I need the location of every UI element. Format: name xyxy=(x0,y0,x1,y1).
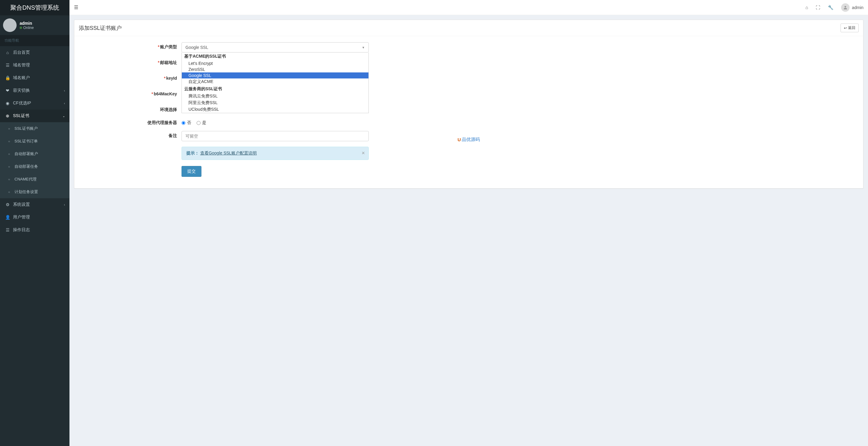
option-google-ssl[interactable]: Google SSL xyxy=(182,72,369,78)
nav-ssl-account-label: SSL证书账户 xyxy=(14,126,38,131)
nav-deploy-account[interactable]: ○自动部署账户 xyxy=(0,147,69,160)
lock-icon: 🔒 xyxy=(4,75,10,80)
nav-deploy-account-label: 自动部署账户 xyxy=(14,151,38,157)
hint-alert: 提示： 查看Google SSL账户配置说明 × xyxy=(182,147,369,160)
avatar xyxy=(3,19,17,32)
box-header: 添加SSL证书账户 ↩ 返回 xyxy=(74,20,863,36)
mackey-label: *b64MacKey xyxy=(79,89,182,96)
box-body: U品优源码 *账户类型 Google SSL ▼ 基于ACME的SSL证书 Le… xyxy=(74,36,863,188)
email-label: *邮箱地址 xyxy=(79,58,182,66)
home-icon: ⌂ xyxy=(4,50,10,55)
nav-domain-mgmt[interactable]: ☰ 域名管理 xyxy=(0,59,69,71)
env-label: 环境选择 xyxy=(79,105,182,112)
chevron-down-icon: ⌄ xyxy=(63,114,65,118)
sidebar: 聚合DNS管理系统 admin Online 功能导航 ⌂ 后台首页 ☰ 域名管… xyxy=(0,0,69,446)
nav-failover[interactable]: ❤ 容灾切换 ‹ xyxy=(0,84,69,97)
main: ☰ ⌂ ⛶ 🔧 admin 添加SSL证书账户 ↩ xyxy=(69,0,868,446)
nav-header: 功能导航 xyxy=(0,35,69,46)
reply-icon: ↩ xyxy=(844,26,847,30)
topbar-user-name: admin xyxy=(852,5,864,10)
topbar-user[interactable]: admin xyxy=(841,3,864,12)
nav-system[interactable]: ⚙ 系统设置 ‹ xyxy=(0,198,69,211)
nav-cron[interactable]: ○计划任务设置 xyxy=(0,185,69,198)
app-logo: 聚合DNS管理系统 xyxy=(0,0,69,15)
fullscreen-icon[interactable]: ⛶ xyxy=(816,5,820,10)
remark-input[interactable] xyxy=(182,131,369,141)
proxy-radio-yes-input[interactable] xyxy=(196,121,200,125)
nav-cname-proxy[interactable]: ○CNAME代理 xyxy=(0,173,69,185)
circle-icon: ○ xyxy=(6,165,12,168)
wrench-icon[interactable]: 🔧 xyxy=(828,5,834,10)
proxy-label: 使用代理服务器 xyxy=(79,118,182,126)
nav-ssl-account[interactable]: ○SSL证书账户 xyxy=(0,122,69,135)
option-aliyun-ssl[interactable]: 阿里云免费SSL xyxy=(182,100,369,106)
account-type-dropdown: 基于ACME的SSL证书 Let's Encrypt ZeroSSL Googl… xyxy=(182,53,369,113)
nav-cname-proxy-label: CNAME代理 xyxy=(14,176,36,182)
nav-domain-mgmt-label: 域名管理 xyxy=(13,63,30,68)
form-box: 添加SSL证书账户 ↩ 返回 U品优源码 *账户类型 Google SSL ▼ xyxy=(74,20,864,188)
chevron-left-icon: ‹ xyxy=(64,89,65,92)
nav-user-mgmt[interactable]: 👤 用户管理 xyxy=(0,211,69,224)
option-custom-acme[interactable]: 自定义ACME xyxy=(182,78,369,85)
nav-deploy-task-label: 自动部署任务 xyxy=(14,164,38,169)
proxy-radio-yes[interactable]: 是 xyxy=(196,120,206,126)
chevron-left-icon: ‹ xyxy=(64,102,65,105)
chevron-down-icon: ▼ xyxy=(362,46,365,49)
status-dot-icon xyxy=(20,27,22,29)
user-status-text: Online xyxy=(23,26,34,30)
back-button[interactable]: ↩ 返回 xyxy=(840,24,859,32)
page-title: 添加SSL证书账户 xyxy=(79,25,122,32)
back-button-label: 返回 xyxy=(848,25,855,31)
svg-point-0 xyxy=(844,6,846,7)
hamburger-icon[interactable]: ☰ xyxy=(74,4,78,10)
nav-ssl-order-label: SSL证书订单 xyxy=(14,138,38,144)
account-type-label: *账户类型 xyxy=(79,42,182,50)
account-type-value: Google SSL xyxy=(185,45,208,50)
circle-icon: ○ xyxy=(6,191,12,194)
nav-system-label: 系统设置 xyxy=(13,202,30,207)
nav-oplog[interactable]: ☰ 操作日志 xyxy=(0,224,69,236)
proxy-radio-no[interactable]: 否 xyxy=(182,120,191,126)
topbar: ☰ ⌂ ⛶ 🔧 admin xyxy=(69,0,868,15)
nav-cf-ip-label: CF优选IP xyxy=(13,101,31,106)
close-icon[interactable]: × xyxy=(362,150,365,156)
nav-user-mgmt-label: 用户管理 xyxy=(13,214,30,220)
nav-home-label: 后台首页 xyxy=(13,50,30,55)
avatar-icon xyxy=(841,3,849,12)
list-icon: ☰ xyxy=(4,228,10,232)
nav-oplog-label: 操作日志 xyxy=(13,227,30,233)
nav-ssl-cert[interactable]: ⊕ SSL证书 ⌄ xyxy=(0,109,69,122)
nav-ssl-submenu: ○SSL证书账户 ○SSL证书订单 ○自动部署账户 ○自动部署任务 ○CNAME… xyxy=(0,122,69,198)
option-ucloud-ssl[interactable]: UCloud免费SSL xyxy=(182,106,369,113)
heart-icon: ❤ xyxy=(4,88,10,93)
gears-icon: ⚙ xyxy=(4,202,10,207)
remark-label: 备注 xyxy=(79,131,182,138)
content: 添加SSL证书账户 ↩ 返回 U品优源码 *账户类型 Google SSL ▼ xyxy=(69,15,868,193)
nav-domain-account-label: 域名账户 xyxy=(13,75,30,80)
nav-ssl-order[interactable]: ○SSL证书订单 xyxy=(0,135,69,147)
option-tencent-ssl[interactable]: 腾讯云免费SSL xyxy=(182,93,369,100)
user-icon: 👤 xyxy=(4,215,10,220)
nav-deploy-task[interactable]: ○自动部署任务 xyxy=(0,160,69,173)
globe-icon: ◉ xyxy=(4,101,10,106)
option-letsencrypt[interactable]: Let's Encrypt xyxy=(182,60,369,66)
proxy-radio-no-label: 否 xyxy=(187,120,191,126)
shield-icon: ⊕ xyxy=(4,113,10,118)
option-zerossl[interactable]: ZeroSSL xyxy=(182,66,369,72)
chevron-left-icon: ‹ xyxy=(64,203,65,206)
keyid-label: *keyId xyxy=(79,74,182,80)
list-icon: ☰ xyxy=(4,63,10,68)
proxy-radio-no-input[interactable] xyxy=(182,121,185,125)
account-type-select[interactable]: Google SSL ▼ xyxy=(182,42,369,53)
home-icon[interactable]: ⌂ xyxy=(805,5,808,10)
proxy-radio-yes-label: 是 xyxy=(202,120,206,126)
nav-cf-ip[interactable]: ◉ CF优选IP ‹ xyxy=(0,97,69,109)
alert-link[interactable]: 查看Google SSL账户配置说明 xyxy=(200,150,257,156)
user-status: Online xyxy=(20,26,34,30)
circle-icon: ○ xyxy=(6,127,12,130)
nav-failover-label: 容灾切换 xyxy=(13,88,30,93)
nav-cron-label: 计划任务设置 xyxy=(14,189,38,195)
nav-domain-account[interactable]: 🔒 域名账户 xyxy=(0,71,69,84)
nav-home[interactable]: ⌂ 后台首页 xyxy=(0,46,69,59)
submit-button[interactable]: 提交 xyxy=(182,166,202,177)
